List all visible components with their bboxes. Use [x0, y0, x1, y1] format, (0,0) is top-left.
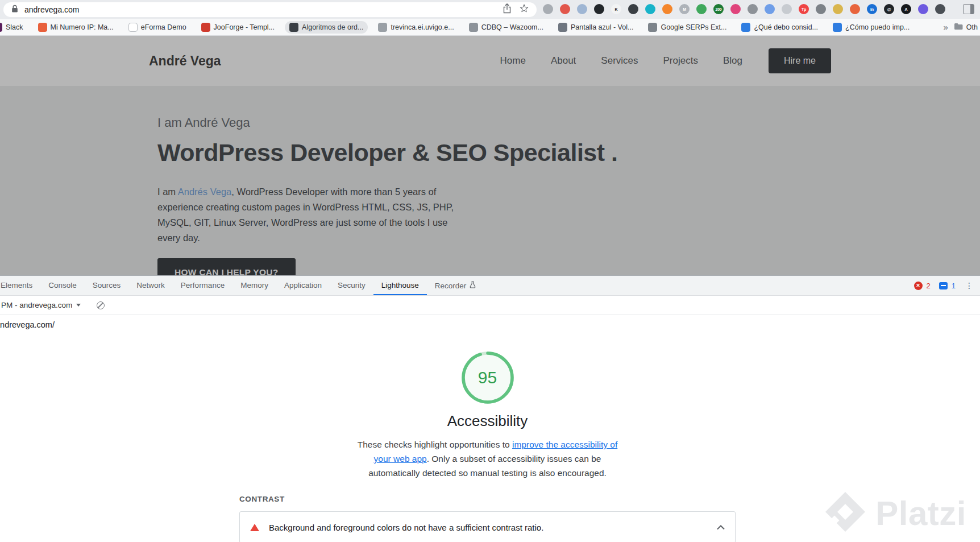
hero-section: I am André Vega WordPress Developer & SE… — [0, 86, 980, 275]
tab-recorder[interactable]: Recorder — [427, 276, 484, 295]
clear-icon[interactable] — [97, 301, 105, 309]
bookmark-favicon-icon — [38, 23, 47, 32]
chevron-down-icon — [76, 304, 81, 307]
address-bar[interactable]: andrevega.com — [3, 2, 537, 17]
bookmark-item[interactable]: JooForge - Templ... — [197, 21, 279, 34]
hero-intro: I am André Vega — [157, 86, 831, 130]
bookmark-item[interactable]: CDBQ – Wazoom... — [464, 21, 548, 34]
bookmark-label: Mi Numero IP: Ma... — [51, 23, 114, 31]
browser-sidepanel-icon[interactable] — [963, 4, 974, 14]
lighthouse-toolbar: PM - andrevega.com — [0, 296, 980, 315]
extension-icon[interactable] — [628, 4, 638, 14]
error-count[interactable]: 2 — [927, 282, 931, 290]
extension-icon[interactable] — [833, 4, 843, 14]
platzi-wordmark: Platzi — [875, 494, 966, 533]
audit-item[interactable]: Background and foreground colors do not … — [239, 511, 736, 542]
extension-icon[interactable]: 200 — [713, 4, 724, 14]
bookmarks-overflow-icon[interactable]: » — [944, 22, 948, 32]
devtools-tabbar: Elements Console Sources Network Perform… — [0, 276, 980, 296]
issues-count[interactable]: 1 — [952, 282, 956, 290]
extension-icon[interactable] — [662, 4, 672, 14]
extension-icon[interactable]: Tp — [799, 4, 809, 14]
extension-icon[interactable]: @ — [884, 4, 894, 14]
bookmark-label: Algoritmos de ord... — [302, 23, 363, 31]
issues-icon[interactable] — [939, 282, 948, 289]
extension-icon[interactable]: in — [867, 4, 877, 14]
section-contrast-title: CONTRAST — [239, 495, 736, 503]
tab-sources[interactable]: Sources — [85, 276, 129, 295]
extension-icon[interactable] — [816, 4, 826, 14]
category-description: These checks highlight opportunities to … — [350, 437, 625, 480]
bookmark-favicon-icon — [201, 23, 210, 32]
extension-icon[interactable] — [560, 4, 570, 14]
platzi-watermark: Platzi — [824, 491, 966, 535]
bookmark-favicon-icon — [833, 23, 842, 32]
nav-blog[interactable]: Blog — [723, 55, 742, 67]
bookmark-item[interactable]: Slack — [0, 21, 28, 34]
bookmark-item[interactable]: Algoritmos de ord... — [285, 21, 368, 34]
bookmark-item[interactable]: Pantalla azul - Vol... — [554, 21, 638, 34]
bookmark-item[interactable]: trevinca.ei.uvigo.e... — [373, 21, 458, 34]
tab-application[interactable]: Application — [276, 276, 330, 295]
lock-icon — [11, 5, 18, 15]
extension-icon[interactable] — [577, 4, 587, 14]
extension-icon[interactable] — [935, 4, 945, 14]
hire-me-button[interactable]: Hire me — [769, 48, 831, 73]
extension-icon[interactable] — [696, 4, 707, 14]
bookmark-favicon-icon — [558, 23, 567, 32]
hero-author-link[interactable]: Andrés Vega — [178, 187, 232, 197]
site-logo[interactable]: André Vega — [149, 53, 221, 69]
extension-icon[interactable] — [748, 4, 758, 14]
bookmark-item[interactable]: eForma Demo — [124, 21, 191, 34]
platzi-logo-icon — [824, 491, 866, 535]
tab-performance[interactable]: Performance — [173, 276, 232, 295]
bookmark-item[interactable]: ¿Qué debo consid... — [737, 21, 823, 34]
experiment-flask-icon — [470, 276, 476, 295]
report-select[interactable]: PM - andrevega.com — [0, 301, 81, 309]
extension-icon[interactable]: M — [679, 4, 690, 14]
hero-title: WordPress Developer & SEO Specialist . — [157, 139, 831, 167]
tab-console[interactable]: Console — [40, 276, 85, 295]
tab-network[interactable]: Network — [128, 276, 173, 295]
nav-services[interactable]: Services — [601, 55, 638, 67]
bookmark-label: Slack — [6, 23, 23, 31]
folder-icon — [954, 23, 963, 32]
tab-recorder-label: Recorder — [435, 276, 467, 295]
accessibility-gauge[interactable]: 95 — [460, 350, 515, 405]
browser-toolbar: andrevega.com K — [0, 0, 980, 19]
extension-icon[interactable] — [543, 4, 553, 14]
tab-lighthouse[interactable]: Lighthouse — [373, 276, 427, 295]
hero-text-before: I am — [157, 187, 178, 197]
bookmark-item[interactable]: Google SERPs Ext... — [643, 21, 731, 34]
extension-icon[interactable] — [782, 4, 792, 14]
error-icon[interactable]: ✕ — [914, 282, 923, 290]
cta-button[interactable]: HOW CAN I HELP YOU? — [157, 258, 296, 275]
nav-home[interactable]: Home — [500, 55, 526, 67]
address-url[interactable]: andrevega.com — [24, 5, 80, 14]
nav-about[interactable]: About — [551, 55, 576, 67]
extension-icon[interactable] — [645, 4, 655, 14]
bookmark-label: ¿Qué debo consid... — [754, 23, 818, 31]
tab-elements[interactable]: Elements — [0, 276, 40, 295]
extension-icon[interactable] — [850, 4, 860, 14]
bookmark-favicon-icon — [378, 23, 387, 32]
bookmark-item[interactable]: ¿Cómo puedo imp... — [828, 21, 914, 34]
tab-security[interactable]: Security — [330, 276, 373, 295]
bookmark-star-icon[interactable] — [520, 4, 529, 15]
chevron-up-icon[interactable] — [717, 525, 725, 530]
lighthouse-report: 95 Accessibility These checks highlight … — [239, 335, 736, 542]
extension-icon[interactable]: A — [901, 4, 911, 14]
bookmark-item[interactable]: Mi Numero IP: Ma... — [34, 21, 118, 34]
bookmark-favicon-icon — [289, 23, 298, 32]
nav-projects[interactable]: Projects — [663, 55, 698, 67]
extension-icon[interactable] — [730, 4, 741, 14]
share-icon[interactable] — [503, 3, 511, 16]
extension-icon[interactable]: K — [611, 4, 621, 14]
extensions-row: K M 200 Tp — [543, 4, 945, 14]
extension-icon[interactable] — [594, 4, 604, 14]
extension-icon[interactable] — [918, 4, 928, 14]
extension-icon[interactable] — [765, 4, 775, 14]
bookmarks-folder[interactable]: Oth — [954, 23, 978, 32]
devtools-menu-icon[interactable]: ⋮ — [965, 281, 973, 290]
tab-memory[interactable]: Memory — [232, 276, 276, 295]
